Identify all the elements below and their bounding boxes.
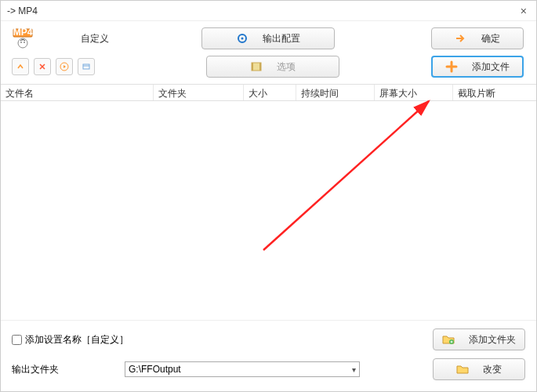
- th-filename[interactable]: 文件名: [1, 85, 154, 100]
- th-duration[interactable]: 持续时间: [296, 85, 375, 100]
- film-icon: [250, 60, 263, 73]
- svg-rect-12: [259, 63, 261, 71]
- svg-point-3: [20, 42, 22, 43]
- window-title: -> MP4: [7, 5, 38, 16]
- th-size[interactable]: 大小: [244, 85, 296, 100]
- svg-line-13: [263, 101, 429, 250]
- th-screensize[interactable]: 屏幕大小: [375, 85, 453, 100]
- add-file-button[interactable]: 添加文件: [431, 56, 524, 78]
- options-label: 选项: [277, 60, 296, 74]
- info-icon: [82, 62, 91, 71]
- chevron-down-icon: ▾: [352, 365, 356, 374]
- add-folder-button[interactable]: 添加文件夹: [433, 328, 525, 350]
- svg-point-6: [241, 38, 244, 40]
- annotation-arrow-icon: [1, 70, 537, 305]
- play-icon: [60, 62, 69, 71]
- output-config-label: 输出配置: [263, 32, 300, 45]
- folder-icon: [456, 363, 469, 376]
- add-profile-name-checkbox[interactable]: 添加设置名称［自定义］: [12, 333, 129, 347]
- play-button[interactable]: [56, 58, 73, 75]
- options-button[interactable]: 选项: [206, 56, 339, 78]
- change-label: 改变: [483, 363, 502, 376]
- svg-rect-8: [83, 64, 89, 69]
- info-button[interactable]: [78, 58, 95, 75]
- close-icon[interactable]: ×: [517, 5, 530, 17]
- x-icon: [38, 62, 47, 71]
- file-table-header: 文件名 文件夹 大小 持续时间 屏幕大小 截取片断: [1, 84, 536, 101]
- forward-arrow-icon: [455, 32, 467, 45]
- output-config-button[interactable]: 输出配置: [201, 27, 335, 49]
- title-bar: -> MP4 ×: [1, 1, 536, 21]
- th-folder[interactable]: 文件夹: [154, 85, 244, 100]
- profile-label: 自定义: [40, 32, 150, 45]
- folder-plus-icon: [442, 333, 455, 346]
- add-folder-label: 添加文件夹: [469, 333, 516, 347]
- file-table-body: [1, 101, 536, 325]
- output-path-value: G:\FFOutput: [129, 364, 181, 375]
- svg-point-4: [24, 42, 25, 43]
- chevron-up-icon: [16, 62, 25, 71]
- gear-icon: [236, 32, 249, 45]
- output-path-dropdown[interactable]: G:\FFOutput ▾: [125, 361, 360, 377]
- change-button[interactable]: 改变: [433, 358, 525, 380]
- output-folder-label: 输出文件夹: [12, 363, 59, 376]
- move-up-button[interactable]: [12, 58, 29, 75]
- add-file-label: 添加文件: [472, 60, 510, 74]
- format-mp4-icon: MP4: [12, 27, 34, 49]
- ok-label: 确定: [481, 32, 500, 45]
- plus-icon: [445, 60, 458, 73]
- svg-text:MP4: MP4: [13, 27, 33, 38]
- remove-button[interactable]: [34, 58, 51, 75]
- svg-rect-11: [252, 63, 253, 71]
- checkbox-label: 添加设置名称［自定义］: [25, 333, 129, 347]
- th-clip[interactable]: 截取片断: [453, 85, 536, 100]
- checkbox-input[interactable]: [12, 335, 22, 345]
- ok-button[interactable]: 确定: [431, 27, 524, 49]
